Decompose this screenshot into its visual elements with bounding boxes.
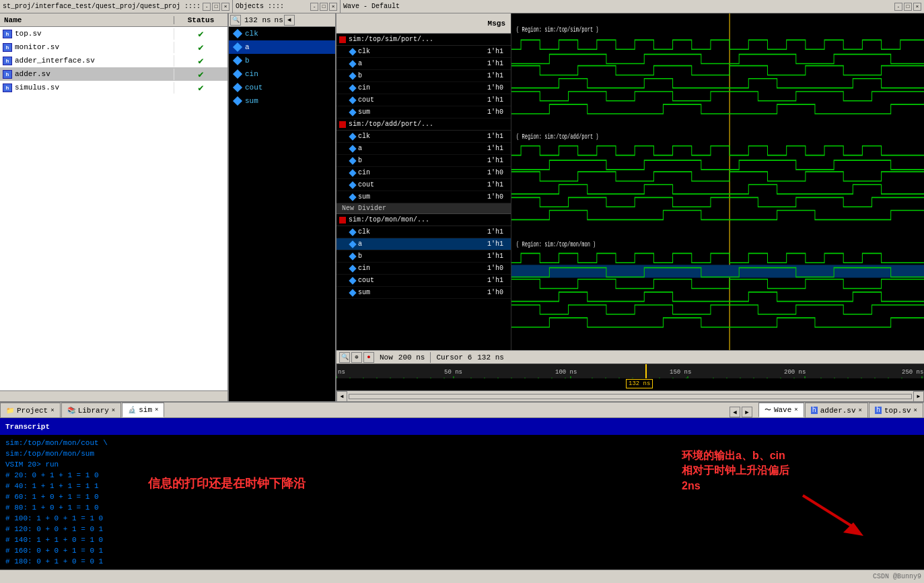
tab-wave-close[interactable]: ×	[794, 407, 797, 413]
file-item-simulus[interactable]: h simulus.sv ✔	[0, 81, 227, 94]
file-list: h top.sv ✔ h monitor.sv ✔ h adder_interf…	[0, 27, 227, 390]
obj-item-cout[interactable]: cout	[229, 81, 335, 94]
obj-item-sum[interactable]: sum	[229, 94, 335, 108]
file-check-top: ✔	[174, 28, 227, 40]
obj-item-b[interactable]: b	[229, 54, 335, 67]
file-name-adder-interface: adder_interface.sv	[15, 57, 174, 65]
sig-g2-clk[interactable]: clk1'h1	[336, 131, 511, 143]
minimize-btn-objects[interactable]: -	[310, 3, 318, 11]
new-divider: New Divider	[336, 203, 511, 214]
file-name-simulus: simulus.sv	[15, 83, 174, 92]
group1-header[interactable]: sim:/top/sim/port/...	[336, 34, 511, 46]
sig-g1-clk[interactable]: clk1'h1	[336, 46, 511, 58]
annotation-text1: 信息的打印还是在时钟下降沿	[148, 475, 306, 491]
transcript-line-10: # 140: 1 + 1 + 0 = 1 0	[5, 535, 919, 545]
close-btn-project[interactable]: ×	[221, 3, 229, 11]
tab-library[interactable]: 📚 Library ×	[61, 403, 122, 417]
sig-g2-cout[interactable]: cout1'h1	[336, 179, 511, 191]
transcript-body[interactable]: sim:/top/mon/mon/cout \ sim:/top/mon/mon…	[0, 435, 924, 570]
file-icon-adder-interface: h	[3, 57, 12, 65]
sig-g1-cin[interactable]: cin1'h0	[336, 82, 511, 94]
svg-text:50 ns: 50 ns	[444, 369, 462, 376]
sig-g1-b[interactable]: b1'h1	[336, 70, 511, 82]
maximize-btn-wave[interactable]: □	[904, 3, 912, 11]
tab-sim-close[interactable]: ×	[155, 407, 158, 413]
sig-g1-cout[interactable]: cout1'h1	[336, 94, 511, 106]
wave-display[interactable]: ( Region: sim:/top/sim/port ) ( Region: …	[511, 13, 924, 350]
sig-g1-a[interactable]: a1'h1	[336, 58, 511, 70]
tab-project-close[interactable]: ×	[50, 407, 54, 414]
transcript-line-9: # 120: 0 + 0 + 1 = 0 1	[5, 524, 919, 535]
tab-adder-close[interactable]: ×	[859, 407, 862, 414]
group3-header[interactable]: sim:/top/mon/mon/...	[336, 214, 511, 226]
title-bar-objects: Objects :::: - □ ×	[233, 0, 341, 13]
tab-wave[interactable]: 〜 Wave ×	[758, 403, 804, 417]
file-check-adder: ✔	[174, 69, 227, 80]
hscroll-left[interactable]: ◀	[336, 391, 347, 402]
signal-names-panel: Msgs sim:/top/sim/port/... clk1'h1 a1'h1	[336, 13, 511, 350]
file-col-status-header: Status	[174, 16, 227, 24]
svg-line-58	[803, 495, 857, 529]
wave-svg: ( Region: sim:/top/sim/port ) ( Region: …	[511, 13, 924, 350]
obj-item-a[interactable]: a	[229, 40, 335, 54]
timeline: ns 50 ns 100 ns 150 ns 200 ns 250 ns	[336, 364, 924, 378]
sig-g3-sum[interactable]: sum1'h0	[336, 287, 511, 299]
tab-nav-left[interactable]: ◀	[730, 407, 740, 417]
file-check-monitor: ✔	[174, 42, 227, 53]
file-item-adder-interface[interactable]: h adder_interface.sv ✔	[0, 54, 227, 67]
svg-marker-59	[843, 522, 863, 536]
sig-g2-sum[interactable]: sum1'h0	[336, 191, 511, 203]
file-item-monitor[interactable]: h monitor.sv ✔	[0, 40, 227, 54]
now-val: 200 ns	[396, 353, 428, 362]
transcript-line-1: sim:/top/mon/mon/cout \	[5, 438, 919, 448]
transcript-line-7: # 80: 1 + 0 + 1 = 1 0	[5, 502, 919, 513]
wave-zoom-btn[interactable]: 🔍	[230, 15, 241, 26]
arrow-left-btn[interactable]: ◀	[284, 15, 295, 26]
wave-tool3[interactable]: ●	[363, 352, 374, 363]
file-check-adder-interface: ✔	[174, 55, 227, 67]
sig-g1-sum[interactable]: sum1'h0	[336, 106, 511, 118]
tab-nav-right[interactable]: ▶	[742, 407, 752, 417]
file-icon-top: h	[3, 30, 12, 38]
minimize-btn-project[interactable]: -	[203, 3, 211, 11]
obj-item-clk[interactable]: clk	[229, 27, 335, 40]
wave-tool2[interactable]: ⊕	[351, 352, 362, 363]
wave-tool1[interactable]: 🔍	[339, 352, 350, 363]
maximize-btn-objects[interactable]: □	[320, 3, 328, 11]
sig-g3-cout[interactable]: cout1'h1	[336, 275, 511, 287]
annotation-text2: 环境的输出a、b、cin相对于时钟上升沿偏后2ns	[682, 448, 789, 493]
sig-g3-cin[interactable]: cin1'h0	[336, 263, 511, 275]
file-item-top[interactable]: h top.sv ✔	[0, 27, 227, 40]
maximize-btn-project[interactable]: □	[212, 3, 220, 11]
transcript-line-12: # 180: 0 + 1 + 0 = 0 1	[5, 556, 919, 567]
sig-g3-a[interactable]: a1'h1	[336, 238, 511, 250]
close-btn-wave[interactable]: ×	[913, 3, 921, 11]
tab-project[interactable]: 📁 Project ×	[0, 403, 61, 417]
wave-viewer: Msgs sim:/top/sim/port/... clk1'h1 a1'h1	[336, 13, 924, 401]
title-text-project: st_proj/interface_test/quest_proj/quest_…	[3, 3, 201, 10]
hscroll-right[interactable]: ▶	[913, 391, 924, 402]
tab-library-close[interactable]: ×	[112, 407, 115, 414]
sig-g2-cin[interactable]: cin1'h0	[336, 167, 511, 179]
tab-sim[interactable]: 🔬 sim ×	[122, 403, 164, 417]
minimize-btn-wave[interactable]: -	[894, 3, 902, 11]
sig-g2-b[interactable]: b1'h1	[336, 155, 511, 167]
group2-header[interactable]: sim:/top/add/port/...	[336, 118, 511, 131]
objects-list: clk a b cin cout	[229, 27, 335, 401]
transcript-line-13: # 200: 1 + 1 + 1 = 1 1	[5, 567, 919, 570]
obj-item-cin[interactable]: cin	[229, 67, 335, 81]
file-icon-simulus: h	[3, 83, 12, 92]
sig-g3-b[interactable]: b1'h1	[336, 250, 511, 263]
svg-text:( Region: sim:/top/mon/mon ): ( Region: sim:/top/mon/mon )	[516, 240, 596, 248]
tab-top-close[interactable]: ×	[914, 407, 917, 414]
file-name-monitor: monitor.sv	[15, 43, 174, 51]
tab-adder[interactable]: h adder.sv ×	[805, 403, 868, 417]
sig-g2-a[interactable]: a1'h1	[336, 143, 511, 155]
msgs-header: Msgs	[336, 13, 511, 34]
sig-g3-clk[interactable]: clk1'h1	[336, 226, 511, 238]
close-btn-objects[interactable]: ×	[329, 3, 337, 11]
file-panel: Name Status h top.sv ✔ h monitor.sv ✔ h …	[0, 13, 229, 401]
file-item-adder[interactable]: h adder.sv ✔	[0, 67, 227, 81]
objects-panel: 🔍 132 ns ns ◀ clk a b	[229, 13, 336, 401]
tab-top[interactable]: h top.sv ×	[869, 403, 923, 417]
